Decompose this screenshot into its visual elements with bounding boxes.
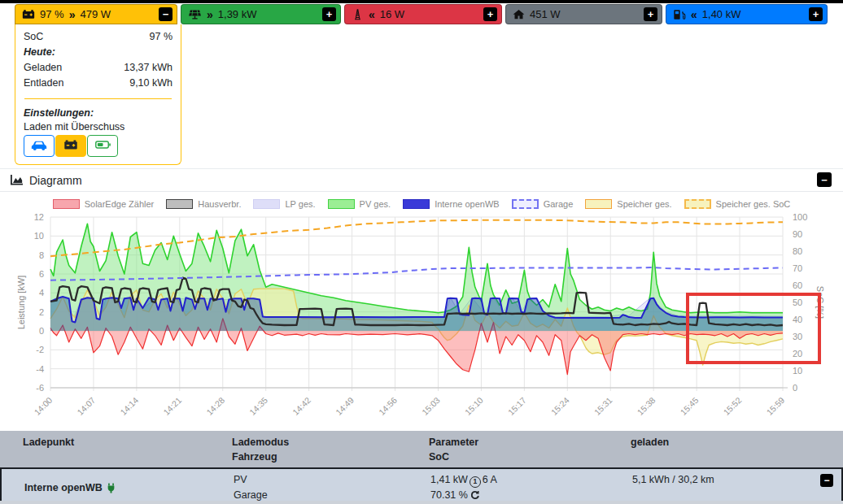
svg-text:15:24: 15:24 bbox=[549, 395, 571, 417]
discharged-value: 9,10 kWh bbox=[129, 76, 173, 91]
today-heading: Heute: bbox=[24, 45, 173, 60]
svg-text:70: 70 bbox=[793, 263, 802, 273]
charge-mode-value: PV bbox=[234, 472, 408, 488]
svg-text:80: 80 bbox=[793, 246, 802, 256]
svg-text:15:17: 15:17 bbox=[506, 395, 528, 417]
diagram-collapse-button[interactable]: − bbox=[817, 172, 832, 187]
header-lademodus-fahrzeug: Lademodus Fahrzeug bbox=[209, 435, 406, 464]
svg-text:14:42: 14:42 bbox=[290, 395, 312, 417]
table-header-row: Ladepunkt Lademodus Fahrzeug Parameter S… bbox=[0, 431, 843, 467]
svg-text:0: 0 bbox=[39, 326, 44, 336]
svg-text:14:14: 14:14 bbox=[118, 395, 140, 417]
mode-vehicle-cell: PV Garage bbox=[211, 472, 408, 503]
svg-text:10: 10 bbox=[34, 231, 44, 241]
svg-text:14:56: 14:56 bbox=[377, 395, 399, 417]
charged-label: Geladen bbox=[24, 60, 62, 76]
power-tower-icon bbox=[352, 8, 364, 20]
svg-text:6: 6 bbox=[39, 269, 44, 279]
header-geladen: geladen bbox=[608, 435, 843, 450]
grid-status-badge[interactable]: « 16 W + bbox=[344, 4, 502, 24]
chargepoint-power-value: 1,40 kW bbox=[702, 8, 741, 20]
svg-text:14:35: 14:35 bbox=[247, 395, 269, 417]
battery-status-badge[interactable]: 97 % » 479 W − bbox=[15, 4, 177, 24]
svg-text:2: 2 bbox=[39, 307, 44, 317]
parameter-line: 1,41 kW16 A bbox=[430, 472, 609, 488]
house-expand-button[interactable]: + bbox=[644, 7, 657, 21]
battery-mode-buttons bbox=[24, 135, 173, 157]
diagram-card: Diagramm − SolarEdge ZählerHausverbr.LP … bbox=[0, 168, 843, 430]
svg-text:-6: -6 bbox=[36, 383, 44, 393]
svg-text:4: 4 bbox=[39, 288, 44, 298]
svg-text:30: 30 bbox=[793, 332, 802, 341]
flow-arrow: » bbox=[69, 8, 76, 21]
svg-text:Leistung [kW]: Leistung [kW] bbox=[16, 276, 26, 330]
svg-text:14:21: 14:21 bbox=[161, 395, 183, 417]
svg-text:15:03: 15:03 bbox=[420, 395, 442, 417]
svg-text:40: 40 bbox=[793, 315, 802, 324]
charged-energy-cell: 5,1 kWh / 30,2 km bbox=[609, 472, 841, 503]
charged-value: 13,37 kWh bbox=[124, 60, 173, 76]
chargepoint-row[interactable]: Interne openWB PV Garage 1,41 kW16 A 70.… bbox=[0, 467, 843, 504]
diagram-chart: 121086420-2-4-6100908070605040302010014:… bbox=[0, 204, 843, 425]
grid-power-value: 16 W bbox=[380, 8, 404, 20]
chargepoint-name-cell: Interne openWB bbox=[2, 472, 211, 503]
svg-text:15:31: 15:31 bbox=[592, 395, 614, 417]
battery-soc-value: 97 % bbox=[40, 8, 64, 20]
svg-text:60: 60 bbox=[793, 280, 802, 290]
battery-icon bbox=[95, 140, 111, 152]
status-badges-row: 97 % » 479 W − » 1,39 kW + « 16 W + 451 … bbox=[15, 4, 828, 24]
house-power-value: 451 W bbox=[530, 8, 561, 20]
battery-detail-panel: SoC 97 % Heute: Geladen 13,37 kWh Entlad… bbox=[15, 24, 181, 165]
mode-car-button[interactable] bbox=[24, 135, 55, 157]
chargepoint-table: Ladepunkt Lademodus Fahrzeug Parameter S… bbox=[0, 431, 843, 504]
svg-text:-4: -4 bbox=[36, 364, 44, 374]
charged-energy-value: 5,1 kWh / 30,2 km bbox=[632, 474, 714, 485]
svg-text:15:45: 15:45 bbox=[678, 395, 700, 417]
grid-expand-button[interactable]: + bbox=[483, 7, 497, 21]
car-battery-icon bbox=[63, 139, 78, 153]
discharged-label: Entladen bbox=[24, 76, 63, 91]
svg-text:0: 0 bbox=[793, 383, 797, 393]
flow-arrow: « bbox=[369, 8, 375, 21]
car-icon bbox=[31, 140, 47, 153]
plug-connected-icon bbox=[107, 483, 116, 493]
diagram-header: Diagramm − bbox=[0, 169, 843, 192]
pv-power-value: 1,39 kW bbox=[218, 8, 257, 20]
pv-status-badge[interactable]: » 1,39 kW + bbox=[181, 4, 341, 24]
mode-car-battery-button[interactable] bbox=[55, 135, 86, 157]
svg-text:8: 8 bbox=[39, 250, 44, 260]
battery-power-value: 479 W bbox=[80, 8, 111, 20]
svg-text:15:52: 15:52 bbox=[721, 395, 743, 417]
chargepoint-expand-button[interactable]: + bbox=[809, 7, 823, 21]
chargepoint-name: Interne openWB bbox=[24, 480, 103, 496]
pv-expand-button[interactable]: + bbox=[322, 7, 336, 21]
soc-label: SoC bbox=[24, 29, 43, 45]
header-parameter-soc: Parameter SoC bbox=[406, 435, 608, 464]
svg-text:90: 90 bbox=[793, 229, 802, 239]
car-battery-icon bbox=[22, 9, 35, 20]
svg-text:14:00: 14:00 bbox=[32, 395, 54, 417]
header-ladepunkt: Ladepunkt bbox=[0, 435, 209, 450]
svg-text:14:28: 14:28 bbox=[204, 395, 226, 417]
battery-collapse-button[interactable]: − bbox=[159, 7, 173, 21]
diagram-title: Diagramm bbox=[29, 174, 82, 187]
solar-panel-icon bbox=[188, 9, 202, 20]
flow-arrow: » bbox=[207, 8, 213, 21]
svg-text:20: 20 bbox=[793, 349, 802, 358]
chargepoint-status-badge[interactable]: « 1,40 kW + bbox=[666, 4, 828, 24]
svg-text:50: 50 bbox=[793, 298, 802, 307]
soc-value: 97 % bbox=[150, 29, 173, 45]
charge-mode-label: Laden mit Überschuss bbox=[24, 121, 173, 133]
area-chart-icon bbox=[10, 174, 24, 186]
svg-text:12: 12 bbox=[34, 212, 44, 222]
next-section-strip bbox=[0, 501, 843, 504]
mode-battery-button[interactable] bbox=[87, 135, 118, 157]
parameter-soc-cell: 1,41 kW16 A 70.31 % bbox=[408, 472, 609, 503]
svg-text:14:07: 14:07 bbox=[75, 395, 97, 417]
svg-text:15:10: 15:10 bbox=[463, 395, 485, 417]
charging-station-icon bbox=[673, 9, 686, 20]
house-status-badge[interactable]: 451 W + bbox=[505, 4, 662, 24]
house-icon bbox=[513, 9, 525, 20]
refresh-soc-icon[interactable] bbox=[470, 490, 480, 500]
chargepoint-collapse-button[interactable]: − bbox=[820, 474, 833, 487]
